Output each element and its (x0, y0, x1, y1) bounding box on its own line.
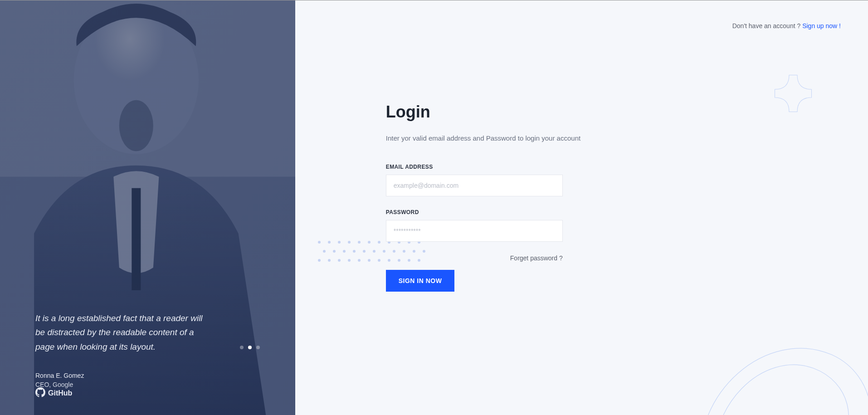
password-input[interactable] (386, 220, 563, 242)
plus-decoration (773, 73, 814, 116)
page-subtitle: Inter yor valid email address and Passwo… (386, 134, 731, 142)
carousel-dots (240, 346, 260, 349)
login-form: Login Inter yor valid email address and … (295, 0, 731, 292)
forgot-password-row: Forget password ? (386, 254, 563, 262)
signin-button[interactable]: SIGN IN NOW (386, 270, 455, 292)
app-root: It is a long established fact that a rea… (0, 0, 868, 415)
password-label: PASSWORD (386, 209, 731, 215)
brand-logo[interactable]: GitHub (35, 387, 72, 399)
email-label: EMAIL ADDRESS (386, 164, 731, 170)
login-panel: Don't have an account ? Sign up now ! Lo… (295, 0, 868, 415)
signup-link[interactable]: Sign up now ! (802, 22, 841, 29)
carousel-dot-1[interactable] (248, 346, 252, 349)
github-icon (35, 387, 45, 399)
svg-point-3 (119, 100, 153, 151)
email-input[interactable] (386, 175, 563, 196)
testimonial-quote: It is a long established fact that a rea… (35, 311, 203, 354)
carousel-dot-0[interactable] (240, 346, 244, 349)
testimonial-panel: It is a long established fact that a rea… (0, 0, 295, 415)
testimonial-author-name: Ronna E. Gomez (35, 372, 260, 379)
swirl-decoration (696, 314, 868, 415)
testimonial-content: It is a long established fact that a rea… (35, 311, 260, 388)
brand-label: GitHub (48, 389, 72, 397)
signup-prompt-text: Don't have an account ? (732, 22, 802, 29)
svg-rect-4 (132, 188, 141, 290)
email-field-group: EMAIL ADDRESS (386, 164, 731, 196)
page-title: Login (386, 103, 731, 122)
carousel-dot-2[interactable] (256, 346, 260, 349)
signup-prompt: Don't have an account ? Sign up now ! (732, 22, 841, 29)
forgot-password-link[interactable]: Forget password ? (510, 254, 563, 262)
password-field-group: PASSWORD (386, 209, 731, 242)
